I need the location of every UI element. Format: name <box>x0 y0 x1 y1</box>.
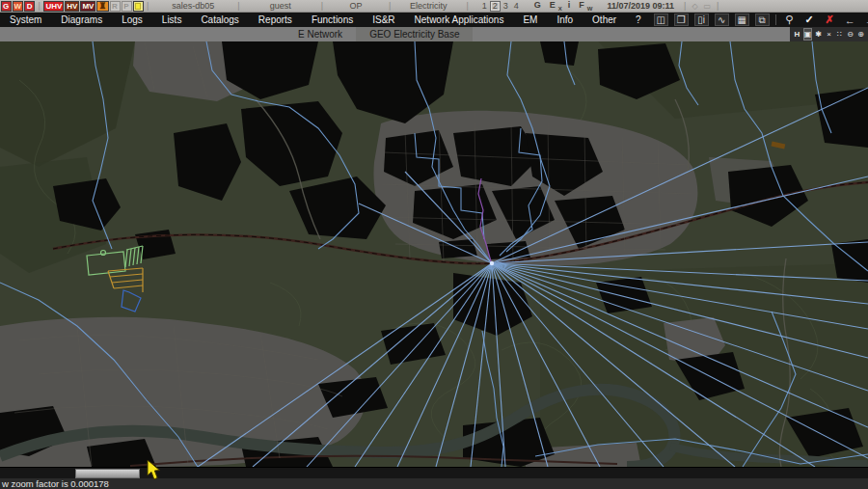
menu-other[interactable]: Other <box>583 14 626 25</box>
menubar-icon-strip: ◫ ❐ ▯i ∿ ▦ ⧉ ⚲ ✓ ✗ ← → <box>651 13 868 27</box>
menu-functions[interactable]: Functions <box>302 14 363 25</box>
star-center-substation[interactable] <box>490 261 494 265</box>
alarm-g-button[interactable]: G <box>1 1 12 12</box>
divider: | <box>147 1 149 11</box>
g-quick-button[interactable]: G <box>534 0 541 10</box>
tab-geo-electricity-base[interactable]: GEO Electricity Base <box>356 27 473 41</box>
user-search-icon[interactable]: ⚲ <box>782 14 797 26</box>
zoom-in-icon[interactable]: ⊕ <box>856 28 865 41</box>
alarm-d-button[interactable]: D <box>24 1 35 12</box>
menu-info[interactable]: Info <box>547 14 583 25</box>
database-name: sales-db05 <box>151 1 234 11</box>
menu-help[interactable]: ? <box>626 14 651 25</box>
page-4-button[interactable]: 4 <box>511 1 522 12</box>
zoom-out-icon[interactable]: ⊖ <box>846 28 854 41</box>
menu-logs[interactable]: Logs <box>112 14 152 25</box>
session-toolbar: G W D | UHV HV MV ♜ R P | sales-db05 | g… <box>0 0 868 13</box>
tab-e-network[interactable]: E Network <box>285 27 356 41</box>
fit-window-icon[interactable]: ◫ <box>654 14 668 26</box>
page-1-button[interactable]: 1 <box>479 1 490 12</box>
tower-icon[interactable]: ♜ <box>96 1 108 12</box>
main-menubar: System Diagrams Logs Lists Catalogs Repo… <box>0 13 868 27</box>
info-panel-icon[interactable]: ▯i <box>694 14 709 26</box>
menu-em[interactable]: EM <box>513 14 547 25</box>
cascade-windows-icon[interactable]: ⧉ <box>755 14 770 26</box>
minimize-window-icon[interactable]: ▭ <box>704 2 712 11</box>
cancel-x-icon[interactable]: ✗ <box>823 14 837 26</box>
menu-reports[interactable]: Reports <box>249 14 302 25</box>
divider: | <box>717 1 719 11</box>
menu-lists[interactable]: Lists <box>152 14 192 25</box>
horizontal-scrollbar[interactable] <box>0 467 868 478</box>
page-2-button[interactable]: 2 <box>490 1 501 12</box>
dots-tool-icon[interactable]: ∷ <box>835 28 844 41</box>
logged-user: guest <box>243 1 318 11</box>
menu-isr[interactable]: IS&R <box>363 14 404 25</box>
divider: | <box>237 1 239 11</box>
uhv-level-button[interactable]: UHV <box>43 1 64 12</box>
divider: | <box>684 1 686 11</box>
fw-subscript: W <box>587 6 593 12</box>
quick-function-letters: G EX i FW <box>531 0 596 12</box>
role-indicator: OP <box>326 1 386 11</box>
forward-arrow-icon[interactable]: → <box>863 14 868 26</box>
divider <box>775 14 776 25</box>
divider: | <box>39 1 41 11</box>
new-window-icon[interactable]: ❐ <box>674 14 689 26</box>
back-arrow-icon[interactable]: ← <box>843 14 857 26</box>
home-view-icon[interactable]: H <box>793 28 801 41</box>
highlight-indicator-button[interactable] <box>133 1 144 12</box>
menu-diagrams[interactable]: Diagrams <box>51 14 112 25</box>
r-button-disabled: R <box>110 1 121 12</box>
confirm-check-icon[interactable]: ✓ <box>802 14 817 26</box>
trend-curve-icon[interactable]: ∿ <box>715 14 729 26</box>
restore-window-icon[interactable]: ◇ <box>692 2 697 11</box>
i-quick-button[interactable]: i <box>568 0 571 10</box>
select-box-icon[interactable]: ▣ <box>803 28 812 41</box>
menu-catalogs[interactable]: Catalogs <box>191 14 248 25</box>
divider: | <box>389 1 391 11</box>
fw-quick-button[interactable]: FW <box>576 0 592 12</box>
p-button-disabled: P <box>122 1 132 12</box>
scrollbar-thumb[interactable] <box>75 469 140 478</box>
yellow-indicator <box>135 3 141 10</box>
diagram-tabbar: E Network GEO Electricity Base H ▣ ✱ × ∷… <box>0 27 868 41</box>
status-bar: w zoom factor is 0.000178 <box>0 478 868 489</box>
hv-level-button[interactable]: HV <box>65 1 79 12</box>
ex-subscript: X <box>558 6 562 12</box>
divider: | <box>321 1 323 11</box>
divider: | <box>466 1 468 11</box>
star-tool-icon[interactable]: ✱ <box>814 28 823 41</box>
page-3-button[interactable]: 3 <box>501 1 511 12</box>
scada-application-window: G W D | UHV HV MV ♜ R P | sales-db05 | g… <box>0 0 868 489</box>
geo-map-svg <box>0 41 868 467</box>
ex-quick-button[interactable]: EX <box>547 0 562 12</box>
menu-network-applications[interactable]: Network Applications <box>405 14 514 25</box>
geo-map-canvas[interactable] <box>0 41 868 467</box>
alarm-w-button[interactable]: W <box>13 1 24 12</box>
system-datetime: 11/07/2019 09:11 <box>607 1 674 11</box>
zoom-factor-status: w zoom factor is 0.000178 <box>2 478 109 489</box>
map-tool-strip: H ▣ ✱ × ∷ ⊖ ⊕ <box>790 27 868 41</box>
menu-system[interactable]: System <box>0 14 51 25</box>
screen-page-selector: 1 2 3 4 <box>479 1 522 12</box>
erase-tool-icon[interactable]: × <box>825 28 833 41</box>
domain-indicator: Electricity <box>393 1 463 11</box>
mv-level-button[interactable]: MV <box>80 1 95 12</box>
table-view-icon[interactable]: ▦ <box>735 14 749 26</box>
